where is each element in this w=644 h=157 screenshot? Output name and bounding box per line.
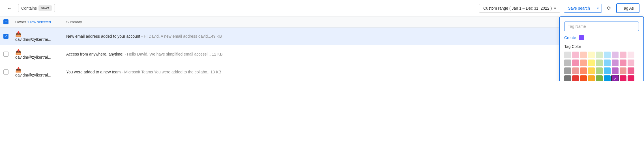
color-swatch[interactable] [628, 75, 634, 81]
summary-preview: - Microsoft Teams You were added to the … [122, 70, 221, 74]
color-swatch[interactable] [580, 60, 587, 66]
summary-bold: Access from anywhere, anytime! [66, 52, 123, 56]
row-summary: New email address added to your account … [63, 27, 621, 45]
owner-text: davidm@zylkertrai... [15, 55, 51, 60]
color-swatch[interactable] [628, 60, 634, 66]
header-summary: Summary [63, 16, 621, 27]
color-swatch[interactable] [580, 75, 587, 81]
row-checkbox[interactable] [3, 52, 8, 57]
tag-color-label: Tag Color [564, 44, 639, 49]
row-checkbox[interactable] [3, 69, 8, 75]
row-summary: You were added to a new team - Microsoft… [63, 63, 621, 81]
color-swatch[interactable] [588, 75, 595, 81]
color-swatch[interactable] [620, 75, 626, 81]
color-swatch[interactable] [604, 67, 611, 74]
color-swatch[interactable] [580, 67, 587, 74]
search-filter-value: news [38, 5, 51, 11]
color-swatch[interactable] [564, 75, 571, 81]
table-row[interactable]: 📥 davidm@zylkertrai... Access from anywh… [0, 45, 644, 63]
save-search-dropdown-button[interactable]: ▾ [594, 4, 602, 12]
color-swatch[interactable] [604, 60, 611, 66]
row-selected-label: 1 row selected [27, 20, 51, 24]
inbox-icon: 📥 [15, 49, 22, 55]
inbox-icon: 📥 [15, 31, 22, 37]
date-range-label: Custom range ( Jan 1 – Dec 31, 2022 ) [483, 6, 552, 10]
table-row[interactable]: ✓ 📥 davidm@zylkertrai... New email addre… [0, 27, 644, 45]
color-swatch[interactable] [620, 60, 626, 66]
summary-preview: - Hello David, We have simplified email … [124, 52, 223, 56]
color-swatch[interactable] [564, 60, 571, 66]
owner-text: davidm@zylkertrai... [15, 37, 51, 42]
color-swatch[interactable] [588, 67, 595, 74]
color-swatch[interactable] [572, 67, 579, 74]
select-all-checkbox[interactable]: − [3, 19, 8, 24]
color-swatch[interactable] [612, 75, 619, 81]
row-checkbox-cell[interactable] [0, 63, 12, 81]
color-swatch[interactable] [588, 60, 595, 66]
summary-preview: - Hi David, A new email address david...… [141, 34, 222, 39]
row-checkbox[interactable]: ✓ [3, 34, 8, 39]
back-button[interactable]: ← [5, 4, 15, 12]
date-range-chevron-icon: ▾ [554, 6, 556, 10]
color-swatch[interactable] [572, 75, 579, 81]
table-row[interactable]: 📥 davidm@zylkertrai... You were added to… [0, 63, 644, 81]
create-label[interactable]: Create [564, 35, 576, 40]
save-search-button[interactable]: Save search [564, 4, 594, 12]
color-swatch[interactable] [596, 75, 603, 81]
header-checkbox-cell: − [0, 16, 12, 27]
inbox-icon: 📥 [15, 67, 22, 73]
row-checkbox-cell[interactable]: ✓ [0, 27, 12, 45]
color-swatch[interactable] [572, 60, 579, 66]
color-swatch[interactable] [580, 52, 587, 58]
color-swatch[interactable] [628, 67, 634, 74]
save-search-group: Save search ▾ [564, 4, 602, 13]
tag-panel: Create Tag Color [559, 16, 644, 81]
create-row: Create [564, 35, 639, 40]
toolbar: ← Contains news Custom range ( Jan 1 – D… [0, 0, 644, 16]
color-swatch[interactable] [628, 52, 634, 58]
color-swatch[interactable] [604, 75, 611, 81]
color-swatch[interactable] [604, 52, 611, 58]
tag-as-button[interactable]: Tag As [616, 3, 639, 13]
color-swatch[interactable] [588, 52, 595, 58]
date-range-button[interactable]: Custom range ( Jan 1 – Dec 31, 2022 ) ▾ [479, 4, 560, 13]
owner-text: davidm@zylkertrai... [15, 73, 51, 77]
row-checkbox-cell[interactable] [0, 45, 12, 63]
color-swatch[interactable] [612, 52, 619, 58]
color-swatch[interactable] [596, 67, 603, 74]
summary-bold: You were added to a new team [66, 70, 121, 74]
row-owner: 📥 davidm@zylkertrai... [12, 63, 63, 81]
color-grid [564, 52, 639, 81]
tag-name-input[interactable] [564, 22, 639, 31]
row-owner: 📥 davidm@zylkertrai... [12, 27, 63, 45]
create-color-swatch[interactable] [579, 35, 584, 40]
refresh-button[interactable]: ⟳ [605, 3, 613, 13]
email-table-wrapper: − Owner 1 row selected Summary Receive..… [0, 16, 644, 81]
color-swatch[interactable] [612, 67, 619, 74]
color-swatch[interactable] [620, 67, 626, 74]
color-swatch[interactable] [572, 52, 579, 58]
main-content: − Owner 1 row selected Summary Receive..… [0, 16, 644, 81]
email-table: − Owner 1 row selected Summary Receive..… [0, 16, 644, 81]
color-swatch[interactable] [564, 52, 571, 58]
search-filter-label: Contains [21, 6, 37, 10]
color-swatch[interactable] [620, 52, 626, 58]
color-swatch[interactable] [564, 67, 571, 74]
row-owner: 📥 davidm@zylkertrai... [12, 45, 63, 63]
header-owner: Owner 1 row selected [12, 16, 63, 27]
summary-bold: New email address added to your account [66, 34, 140, 39]
table-header-row: − Owner 1 row selected Summary Receive..… [0, 16, 644, 27]
row-summary: Access from anywhere, anytime! - Hello D… [63, 45, 621, 63]
color-swatch[interactable] [596, 60, 603, 66]
color-swatch[interactable] [612, 60, 619, 66]
search-filter: Contains news [18, 4, 55, 12]
color-swatch[interactable] [596, 52, 603, 58]
